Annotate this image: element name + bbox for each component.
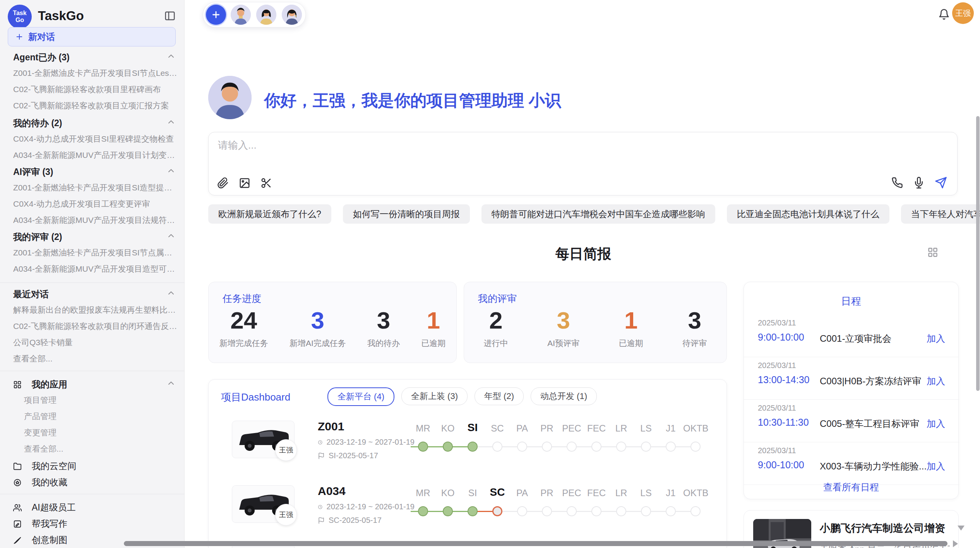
recent-chat-item[interactable]: 公司Q3轻卡销量 [13, 337, 177, 348]
agent-avatar-1[interactable] [230, 4, 252, 26]
project-node: SC-2025-05-17 [329, 516, 382, 525]
chevron-up-icon[interactable] [166, 51, 176, 61]
logo-text-top: Task [13, 10, 26, 17]
project-dates: 2023-12-19 ~ 2026-01-19 [327, 502, 415, 511]
sidebar-item[interactable]: C0X4-动力总成开发项目SI里程碑提交物检查 [13, 134, 177, 144]
project-row[interactable]: 王强 A034 2023-12-19 ~ 2026-01-19 SC-2025-… [232, 482, 720, 540]
sidebar-item-cloud-space[interactable]: 我的云空间 [13, 460, 177, 472]
divider [0, 371, 184, 371]
write-icon [13, 520, 22, 528]
suggestion-chip[interactable]: 特朗普可能对进口汽车增税会对中国车企造成哪些影响 [481, 204, 715, 224]
chat-input[interactable] [217, 138, 838, 170]
sidebar-item[interactable]: Z001-全新燃油皮卡产品开发项目SI节点Lesson Learn报告 [13, 68, 177, 79]
metric-ai-prereview: 3 AI预评审 [547, 307, 579, 349]
view-all-chats[interactable]: 查看全部... [13, 353, 177, 364]
schedule-item: 2025/03/11 10:30-11:30 C005-整车工程目标评审 加入 [744, 400, 959, 442]
horizontal-scrollbar[interactable] [124, 541, 947, 546]
sidebar-item-favorites[interactable]: 我的收藏 [13, 476, 177, 488]
notifications-bell-icon[interactable] [938, 9, 950, 20]
divider [0, 283, 184, 283]
view-all-schedule-link[interactable]: 查看所有日程 [744, 481, 958, 493]
scroll-down-arrow[interactable] [958, 526, 965, 531]
suggestion-chip[interactable]: 比亚迪全固态电池计划具体说了什么 [727, 204, 889, 224]
schedule-meeting-title: C005-整车工程目标评审 [820, 418, 919, 430]
add-agent-button[interactable] [206, 5, 226, 25]
schedule-title: 日程 [744, 295, 958, 308]
chevron-up-icon[interactable] [166, 166, 176, 175]
chevron-up-icon[interactable] [166, 231, 176, 240]
flag-icon [318, 517, 325, 524]
vertical-scrollbar[interactable] [976, 116, 980, 391]
sidebar-item[interactable]: A034-全新新能源MUV产品开发项目造型可行性评审 [13, 264, 177, 274]
agent-avatar-3[interactable] [281, 4, 303, 26]
sidebar-item-ai-staff[interactable]: AI超级员工 [13, 502, 177, 514]
task-progress-card: 任务进度 24 新增完成任务 3 新增AI完成任务 3 我的待办 1 已逾期 [208, 282, 457, 363]
app-name: TaskGo [38, 9, 84, 23]
join-meeting-link[interactable]: 加入 [927, 332, 945, 345]
section-my-review[interactable]: 我的评审 (2) [13, 231, 168, 243]
layout-grid-icon[interactable] [927, 247, 938, 258]
section-my-todo[interactable]: 我的待办 (2) [13, 117, 168, 129]
chevron-up-icon[interactable] [166, 117, 176, 127]
project-row[interactable]: 王强 Z001 2023-12-19 ~ 2027-01-19 SI-2025-… [232, 418, 720, 476]
daily-briefing-title: 每日简报 [208, 245, 958, 264]
view-all-apps[interactable]: 查看全部... [24, 444, 177, 454]
sidebar-item[interactable]: Z001-全新燃油轻卡产品开发项目SI造型提交物评审 [13, 182, 177, 193]
suggestion-chip[interactable]: 欧洲新规最近颁布了什么? [208, 204, 331, 224]
project-code: A034 [318, 485, 415, 498]
insert-image-icon[interactable] [239, 177, 250, 189]
chevron-up-icon[interactable] [166, 288, 176, 298]
filter-year-model[interactable]: 年型 (2) [475, 387, 524, 405]
plus-icon [15, 33, 24, 41]
section-ai-review[interactable]: AI评审 (3) [13, 166, 168, 178]
microphone-icon[interactable] [913, 177, 925, 188]
attach-file-icon[interactable] [217, 177, 229, 189]
app-item-project-mgmt[interactable]: 项目管理 [24, 395, 177, 406]
join-meeting-link[interactable]: 加入 [927, 460, 945, 473]
creative-draw-label: 创意制图 [32, 534, 67, 546]
schedule-item: 2025/03/11 9:00-10:00 C001-立项审批会 加入 [744, 315, 959, 357]
schedule-time: 10:30-11:30 [758, 417, 809, 428]
sidebar-item[interactable]: C02-飞腾新能源轻客改款项目里程碑画布 [13, 84, 177, 95]
suggestion-chip[interactable]: 当下年轻人对汽车外观有怎样的喜好趋势 [901, 204, 980, 224]
suggestion-chips: 欧洲新规最近颁布了什么? 如何写一份清晰的项目周报 特朗普可能对进口汽车增税会对… [208, 204, 959, 224]
sidebar-item[interactable]: A034-全新新能源MUV产品开发项目计划变更表编写 [13, 150, 177, 161]
filter-new-platform[interactable]: 全新平台 (4) [327, 387, 394, 406]
clock-icon [318, 439, 323, 446]
plus-icon [211, 10, 221, 20]
scroll-right-arrow[interactable] [953, 540, 958, 547]
app-item-change-mgmt[interactable]: 变更管理 [24, 427, 177, 438]
new-chat-button[interactable]: 新对话 [8, 27, 176, 46]
suggestion-chip[interactable]: 如何写一份清晰的项目周报 [343, 204, 470, 224]
sidebar-item[interactable]: C02-飞腾新能源轻客改款项目立项汇报方案 [13, 100, 177, 111]
section-recent-chats[interactable]: 最近对话 [13, 288, 168, 300]
app-item-product-mgmt[interactable]: 产品管理 [24, 411, 177, 422]
schedule-time: 13:00-14:30 [758, 374, 809, 385]
project-info: Z001 2023-12-19 ~ 2027-01-19 SI-2025-05-… [318, 420, 415, 460]
sidebar-item[interactable]: Z001-全新燃油轻卡产品开发项目SI节点属性5D文件评审 [13, 247, 177, 258]
ai-staff-label: AI超级员工 [32, 502, 76, 514]
milestone-track: MRKOSISCPAPRPECFECLRLSJ1OKTB [411, 421, 716, 464]
section-agent-done[interactable]: Agent已办 (3) [13, 51, 168, 63]
recent-chat-item[interactable]: C02-飞腾新能源轻客改款项目的闭环通告反馈情况 [13, 321, 177, 332]
user-avatar[interactable]: 王强 [952, 2, 974, 24]
join-meeting-link[interactable]: 加入 [927, 418, 945, 430]
voice-call-icon[interactable] [891, 177, 903, 188]
filter-new-body[interactable]: 全新上装 (3) [401, 387, 468, 405]
filter-powertrain[interactable]: 动总开发 (1) [531, 387, 597, 405]
sidebar-item-my-apps[interactable]: 我的应用 [13, 378, 177, 390]
metric-pending-review: 3 待评审 [682, 307, 707, 349]
sidebar-item[interactable]: C0X4-动力总成开发项目工程变更评审 [13, 199, 177, 209]
schedule-date: 2025/03/11 [758, 361, 796, 370]
metric-in-progress: 2 进行中 [484, 307, 508, 349]
sidebar-item-help-write[interactable]: 帮我写作 [13, 518, 177, 530]
screenshot-scissors-icon[interactable] [260, 177, 272, 189]
recent-chat-item[interactable]: 解释最新出台的欧盟报废车法规再生塑料比例被调至15%... [13, 305, 177, 315]
grid-icon [13, 380, 22, 389]
chevron-up-icon[interactable] [166, 378, 176, 388]
join-meeting-link[interactable]: 加入 [927, 375, 945, 387]
sidebar-item[interactable]: A034-全新新能源MUV产品开发项目法规符合性评审 [13, 215, 177, 226]
send-icon[interactable] [935, 176, 947, 189]
agent-avatar-2[interactable] [255, 4, 277, 26]
collapse-sidebar-icon[interactable] [164, 10, 176, 22]
